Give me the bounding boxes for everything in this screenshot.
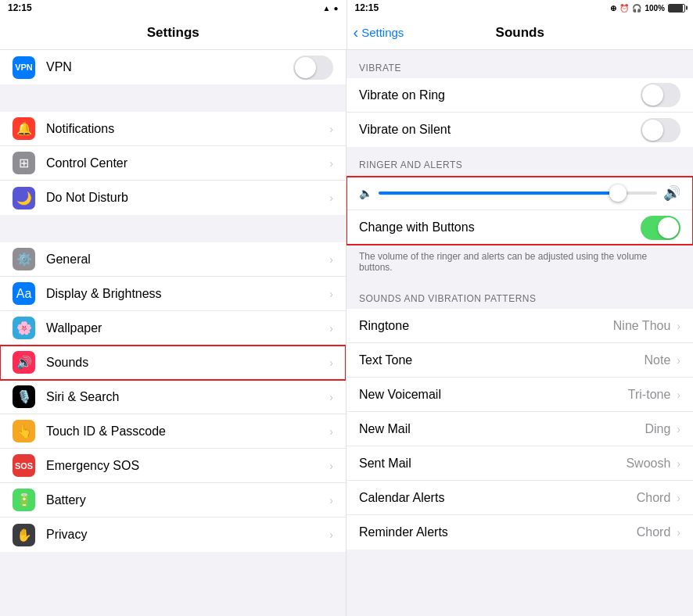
settings-item-battery[interactable]: 🔋 Battery › (0, 483, 346, 518)
nav-bars: Settings ‹ Settings Sounds (0, 16, 693, 50)
ringtone-chevron: › (677, 320, 680, 332)
notifications-chevron: › (329, 123, 333, 135)
sent-mail-value: Swoosh (626, 457, 670, 471)
battery-chevron: › (329, 494, 333, 507)
settings-item-emergency[interactable]: SOS Emergency SOS › (0, 449, 346, 483)
right-status-icons: ⊕ ⏰ 🎧 100% (610, 4, 685, 13)
group-1: 🔔 Notifications › ⊞ Control Center › 🌙 D… (0, 112, 346, 215)
right-panel: VIBRATE Vibrate on Ring Vibrate on Silen… (346, 50, 693, 616)
back-arrow-icon: ‹ (354, 23, 359, 41)
vibrate-header: VIBRATE (346, 50, 693, 78)
wallpaper-chevron: › (329, 322, 333, 335)
volume-slider-track[interactable] (379, 192, 657, 195)
volume-high-icon: 🔊 (663, 184, 680, 202)
vpn-label: VPN (46, 60, 293, 74)
settings-item-general[interactable]: ⚙️ General › (0, 242, 346, 277)
settings-item-notifications[interactable]: 🔔 Notifications › (0, 112, 346, 146)
back-button[interactable]: ‹ Settings (354, 23, 404, 41)
vibrate-on-ring-label: Vibrate on Ring (359, 88, 641, 102)
general-label: General (46, 252, 329, 267)
left-nav-bar: Settings (0, 16, 346, 49)
calendar-alerts-label: Calendar Alerts (359, 491, 637, 505)
settings-item-do-not-disturb[interactable]: 🌙 Do Not Disturb › (0, 181, 346, 215)
slider-fill (379, 192, 616, 195)
status-bars: 12:15 ▲ ● 12:15 ⊕ ⏰ 🎧 100% (0, 0, 693, 16)
touch-id-icon: 👆 (13, 420, 35, 442)
wallpaper-icon: 🌸 (13, 317, 35, 339)
vpn-group: VPN VPN (0, 50, 346, 84)
volume-low-icon: 🔈 (359, 187, 372, 199)
vibrate-group: Vibrate on Ring Vibrate on Silent (346, 78, 693, 147)
privacy-chevron: › (329, 528, 333, 541)
new-mail-value: Ding (645, 422, 670, 436)
battery-percent: 100% (645, 4, 665, 13)
left-time: 12:15 (8, 2, 32, 13)
right-time: 12:15 (355, 2, 379, 13)
ringer-alerts-box: 🔈 🔊 Change with Buttons (346, 177, 693, 245)
notifications-label: Notifications (46, 122, 329, 136)
vpn-toggle[interactable] (293, 56, 333, 80)
siri-icon: 🎙️ (13, 385, 35, 408)
new-voicemail-chevron: › (677, 389, 680, 401)
ringtone-label: Ringtone (359, 319, 613, 333)
sounds-patterns-group: Ringtone Nine Thou › Text Tone Note › Ne… (346, 309, 693, 550)
privacy-icon: ✋ (13, 524, 35, 546)
sounds-chevron: › (329, 356, 333, 369)
wallpaper-label: Wallpaper (46, 321, 329, 335)
slider-thumb[interactable] (609, 184, 627, 202)
volume-slider-row: 🔈 🔊 (346, 177, 693, 210)
change-buttons-toggle[interactable] (641, 216, 680, 240)
settings-item-sounds[interactable]: 🔊 Sounds › (0, 346, 346, 380)
display-icon: Aa (13, 282, 35, 305)
control-center-chevron: › (329, 157, 333, 170)
vibrate-on-ring-item[interactable]: Vibrate on Ring (346, 78, 693, 113)
emergency-chevron: › (329, 460, 333, 472)
new-mail-chevron: › (677, 423, 680, 435)
ringtone-item[interactable]: Ringtone Nine Thou › (346, 309, 693, 343)
vpn-icon: VPN (13, 56, 35, 79)
do-not-disturb-chevron: › (329, 192, 333, 204)
settings-item-wallpaper[interactable]: 🌸 Wallpaper › (0, 311, 346, 346)
reminder-alerts-item[interactable]: Reminder Alerts Chord › (346, 515, 693, 550)
display-label: Display & Brightness (46, 287, 329, 301)
siri-chevron: › (329, 391, 333, 403)
text-tone-label: Text Tone (359, 353, 645, 367)
new-mail-label: New Mail (359, 422, 645, 436)
text-tone-item[interactable]: Text Tone Note › (346, 343, 693, 378)
right-nav-title: Sounds (496, 25, 544, 41)
new-voicemail-item[interactable]: New Voicemail Tri-tone › (346, 378, 693, 412)
battery-icon (668, 4, 685, 13)
touch-id-chevron: › (329, 425, 333, 438)
left-nav-title: Settings (147, 25, 199, 41)
do-not-disturb-label: Do Not Disturb (46, 191, 329, 205)
new-voicemail-label: New Voicemail (359, 388, 628, 402)
vpn-item[interactable]: VPN VPN (0, 50, 346, 84)
reminder-alerts-chevron: › (677, 526, 680, 539)
control-center-label: Control Center (46, 156, 329, 170)
vibrate-on-silent-toggle[interactable] (641, 118, 680, 142)
settings-item-control-center[interactable]: ⊞ Control Center › (0, 146, 346, 181)
separator-2 (0, 215, 346, 242)
privacy-label: Privacy (46, 528, 329, 542)
vibrate-on-ring-toggle[interactable] (641, 83, 680, 107)
sent-mail-label: Sent Mail (359, 457, 626, 471)
settings-item-siri[interactable]: 🎙️ Siri & Search › (0, 380, 346, 414)
settings-item-display[interactable]: Aa Display & Brightness › (0, 277, 346, 311)
sounds-patterns-header: SOUNDS AND VIBRATION PATTERNS (346, 281, 693, 309)
vibrate-on-silent-item[interactable]: Vibrate on Silent (346, 113, 693, 147)
calendar-alerts-item[interactable]: Calendar Alerts Chord › (346, 481, 693, 515)
sounds-icon: 🔊 (13, 351, 35, 374)
settings-item-privacy[interactable]: ✋ Privacy › (0, 518, 346, 552)
back-label: Settings (361, 26, 404, 39)
sent-mail-item[interactable]: Sent Mail Swoosh › (346, 446, 693, 481)
separator-1 (0, 84, 346, 112)
sent-mail-chevron: › (677, 457, 680, 470)
change-with-buttons-row[interactable]: Change with Buttons (346, 210, 693, 245)
left-panel: VPN VPN 🔔 Notifications › ⊞ Control Cent… (0, 50, 346, 616)
calendar-alerts-chevron: › (677, 492, 680, 504)
general-icon: ⚙️ (13, 248, 35, 270)
wifi-icon: ● (333, 4, 338, 13)
settings-item-touch-id[interactable]: 👆 Touch ID & Passcode › (0, 414, 346, 449)
new-mail-item[interactable]: New Mail Ding › (346, 412, 693, 446)
main-content: VPN VPN 🔔 Notifications › ⊞ Control Cent… (0, 50, 693, 616)
